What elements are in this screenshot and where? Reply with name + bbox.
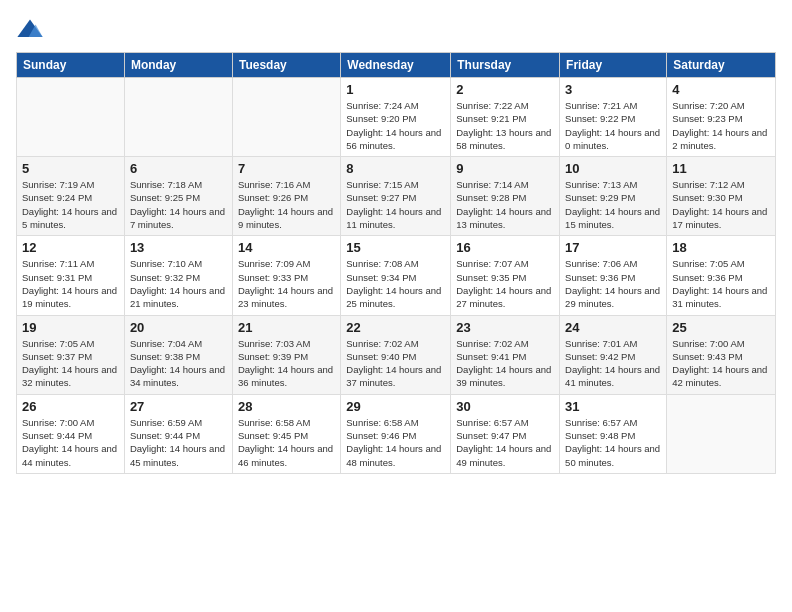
calendar-cell: 29Sunrise: 6:58 AMSunset: 9:46 PMDayligh… [341, 394, 451, 473]
day-header-thursday: Thursday [451, 53, 560, 78]
cell-date: 27 [130, 399, 227, 414]
calendar-cell: 8Sunrise: 7:15 AMSunset: 9:27 PMDaylight… [341, 157, 451, 236]
calendar-cell: 25Sunrise: 7:00 AMSunset: 9:43 PMDayligh… [667, 315, 776, 394]
cell-date: 12 [22, 240, 119, 255]
calendar-cell [232, 78, 340, 157]
cell-info: Sunrise: 7:00 AMSunset: 9:44 PMDaylight:… [22, 416, 119, 469]
cell-info: Sunrise: 7:02 AMSunset: 9:40 PMDaylight:… [346, 337, 445, 390]
calendar-cell: 11Sunrise: 7:12 AMSunset: 9:30 PMDayligh… [667, 157, 776, 236]
cell-info: Sunrise: 7:06 AMSunset: 9:36 PMDaylight:… [565, 257, 661, 310]
cell-date: 21 [238, 320, 335, 335]
cell-date: 9 [456, 161, 554, 176]
cell-date: 11 [672, 161, 770, 176]
calendar-cell: 27Sunrise: 6:59 AMSunset: 9:44 PMDayligh… [124, 394, 232, 473]
cell-date: 1 [346, 82, 445, 97]
calendar-cell: 22Sunrise: 7:02 AMSunset: 9:40 PMDayligh… [341, 315, 451, 394]
cell-date: 4 [672, 82, 770, 97]
cell-date: 15 [346, 240, 445, 255]
calendar-cell: 31Sunrise: 6:57 AMSunset: 9:48 PMDayligh… [560, 394, 667, 473]
cell-date: 10 [565, 161, 661, 176]
cell-info: Sunrise: 6:58 AMSunset: 9:45 PMDaylight:… [238, 416, 335, 469]
calendar-cell [667, 394, 776, 473]
calendar-cell: 13Sunrise: 7:10 AMSunset: 9:32 PMDayligh… [124, 236, 232, 315]
cell-date: 2 [456, 82, 554, 97]
cell-info: Sunrise: 7:18 AMSunset: 9:25 PMDaylight:… [130, 178, 227, 231]
calendar-cell: 15Sunrise: 7:08 AMSunset: 9:34 PMDayligh… [341, 236, 451, 315]
calendar-cell: 23Sunrise: 7:02 AMSunset: 9:41 PMDayligh… [451, 315, 560, 394]
cell-info: Sunrise: 7:04 AMSunset: 9:38 PMDaylight:… [130, 337, 227, 390]
cell-info: Sunrise: 7:21 AMSunset: 9:22 PMDaylight:… [565, 99, 661, 152]
calendar-cell: 5Sunrise: 7:19 AMSunset: 9:24 PMDaylight… [17, 157, 125, 236]
cell-date: 7 [238, 161, 335, 176]
cell-date: 6 [130, 161, 227, 176]
cell-info: Sunrise: 7:05 AMSunset: 9:36 PMDaylight:… [672, 257, 770, 310]
cell-info: Sunrise: 7:16 AMSunset: 9:26 PMDaylight:… [238, 178, 335, 231]
day-header-saturday: Saturday [667, 53, 776, 78]
calendar-cell: 3Sunrise: 7:21 AMSunset: 9:22 PMDaylight… [560, 78, 667, 157]
calendar-cell: 12Sunrise: 7:11 AMSunset: 9:31 PMDayligh… [17, 236, 125, 315]
cell-date: 8 [346, 161, 445, 176]
cell-date: 29 [346, 399, 445, 414]
calendar-cell: 6Sunrise: 7:18 AMSunset: 9:25 PMDaylight… [124, 157, 232, 236]
day-header-friday: Friday [560, 53, 667, 78]
calendar-cell: 1Sunrise: 7:24 AMSunset: 9:20 PMDaylight… [341, 78, 451, 157]
logo-icon [16, 16, 44, 44]
cell-info: Sunrise: 6:59 AMSunset: 9:44 PMDaylight:… [130, 416, 227, 469]
cell-info: Sunrise: 7:13 AMSunset: 9:29 PMDaylight:… [565, 178, 661, 231]
cell-info: Sunrise: 7:19 AMSunset: 9:24 PMDaylight:… [22, 178, 119, 231]
calendar-cell: 26Sunrise: 7:00 AMSunset: 9:44 PMDayligh… [17, 394, 125, 473]
cell-info: Sunrise: 7:11 AMSunset: 9:31 PMDaylight:… [22, 257, 119, 310]
cell-info: Sunrise: 7:00 AMSunset: 9:43 PMDaylight:… [672, 337, 770, 390]
calendar-cell [124, 78, 232, 157]
calendar-cell: 17Sunrise: 7:06 AMSunset: 9:36 PMDayligh… [560, 236, 667, 315]
cell-date: 20 [130, 320, 227, 335]
calendar-cell [17, 78, 125, 157]
day-header-sunday: Sunday [17, 53, 125, 78]
cell-info: Sunrise: 7:12 AMSunset: 9:30 PMDaylight:… [672, 178, 770, 231]
cell-date: 23 [456, 320, 554, 335]
calendar-cell: 18Sunrise: 7:05 AMSunset: 9:36 PMDayligh… [667, 236, 776, 315]
cell-info: Sunrise: 7:22 AMSunset: 9:21 PMDaylight:… [456, 99, 554, 152]
calendar-cell: 19Sunrise: 7:05 AMSunset: 9:37 PMDayligh… [17, 315, 125, 394]
cell-date: 30 [456, 399, 554, 414]
cell-date: 3 [565, 82, 661, 97]
cell-date: 16 [456, 240, 554, 255]
calendar-cell: 24Sunrise: 7:01 AMSunset: 9:42 PMDayligh… [560, 315, 667, 394]
cell-date: 25 [672, 320, 770, 335]
cell-date: 22 [346, 320, 445, 335]
calendar-cell: 28Sunrise: 6:58 AMSunset: 9:45 PMDayligh… [232, 394, 340, 473]
cell-info: Sunrise: 7:24 AMSunset: 9:20 PMDaylight:… [346, 99, 445, 152]
calendar-cell: 4Sunrise: 7:20 AMSunset: 9:23 PMDaylight… [667, 78, 776, 157]
cell-info: Sunrise: 7:01 AMSunset: 9:42 PMDaylight:… [565, 337, 661, 390]
cell-info: Sunrise: 7:08 AMSunset: 9:34 PMDaylight:… [346, 257, 445, 310]
day-header-wednesday: Wednesday [341, 53, 451, 78]
calendar-cell: 20Sunrise: 7:04 AMSunset: 9:38 PMDayligh… [124, 315, 232, 394]
cell-info: Sunrise: 7:15 AMSunset: 9:27 PMDaylight:… [346, 178, 445, 231]
cell-date: 14 [238, 240, 335, 255]
calendar-cell: 2Sunrise: 7:22 AMSunset: 9:21 PMDaylight… [451, 78, 560, 157]
cell-info: Sunrise: 6:57 AMSunset: 9:47 PMDaylight:… [456, 416, 554, 469]
calendar-cell: 30Sunrise: 6:57 AMSunset: 9:47 PMDayligh… [451, 394, 560, 473]
day-header-monday: Monday [124, 53, 232, 78]
cell-info: Sunrise: 7:05 AMSunset: 9:37 PMDaylight:… [22, 337, 119, 390]
cell-date: 19 [22, 320, 119, 335]
cell-date: 31 [565, 399, 661, 414]
cell-date: 17 [565, 240, 661, 255]
calendar-table: SundayMondayTuesdayWednesdayThursdayFrid… [16, 52, 776, 474]
cell-date: 26 [22, 399, 119, 414]
calendar-cell: 21Sunrise: 7:03 AMSunset: 9:39 PMDayligh… [232, 315, 340, 394]
calendar-cell: 16Sunrise: 7:07 AMSunset: 9:35 PMDayligh… [451, 236, 560, 315]
cell-date: 5 [22, 161, 119, 176]
cell-info: Sunrise: 7:02 AMSunset: 9:41 PMDaylight:… [456, 337, 554, 390]
cell-info: Sunrise: 7:14 AMSunset: 9:28 PMDaylight:… [456, 178, 554, 231]
logo [16, 16, 48, 44]
cell-date: 18 [672, 240, 770, 255]
calendar-cell: 14Sunrise: 7:09 AMSunset: 9:33 PMDayligh… [232, 236, 340, 315]
calendar-cell: 7Sunrise: 7:16 AMSunset: 9:26 PMDaylight… [232, 157, 340, 236]
cell-date: 28 [238, 399, 335, 414]
page-header [16, 16, 776, 44]
cell-info: Sunrise: 6:58 AMSunset: 9:46 PMDaylight:… [346, 416, 445, 469]
cell-info: Sunrise: 7:07 AMSunset: 9:35 PMDaylight:… [456, 257, 554, 310]
cell-info: Sunrise: 7:10 AMSunset: 9:32 PMDaylight:… [130, 257, 227, 310]
cell-info: Sunrise: 7:03 AMSunset: 9:39 PMDaylight:… [238, 337, 335, 390]
